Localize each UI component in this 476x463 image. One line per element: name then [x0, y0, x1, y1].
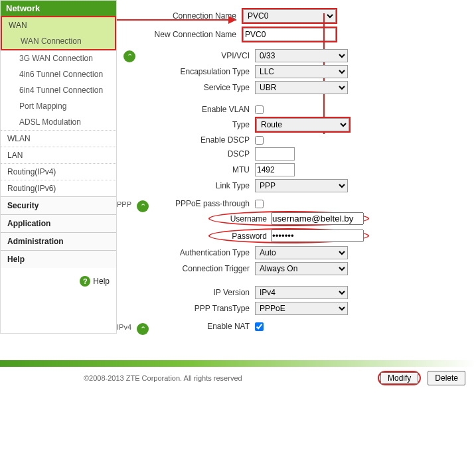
ipv4-section-label: IPv4 — [117, 323, 131, 331]
link-type-select[interactable]: PPP — [255, 179, 348, 192]
mtu-label: MTU — [135, 165, 255, 174]
auth-type-label: Authentication Type — [135, 248, 255, 257]
sidebar-item-port-mapping[interactable]: Port Mapping — [1, 98, 116, 114]
conn-trigger-select[interactable]: Always On — [255, 262, 348, 275]
help-label: Help — [93, 277, 110, 286]
link-type-label: Link Type — [135, 181, 255, 190]
conn-trigger-label: Connection Trigger — [135, 264, 255, 273]
pppoe-pass-label: PPPoE pass-through — [135, 199, 255, 208]
enable-nat-checkbox[interactable] — [255, 322, 264, 331]
sidebar-item-wlan[interactable]: WLAN — [1, 130, 116, 147]
sidebar-section-security[interactable]: Security — [1, 196, 116, 214]
collapse-icon-ipv4[interactable]: ⌃ — [137, 323, 149, 335]
enable-nat-label: Enable NAT — [135, 322, 255, 331]
type-select[interactable]: Route — [256, 118, 349, 131]
sidebar-item-6in4[interactable]: 6in4 Tunnel Connection — [1, 82, 116, 98]
sidebar-item-3g-wan[interactable]: 3G WAN Connection — [1, 50, 116, 66]
username-label: Username — [214, 214, 271, 224]
help-icon: ? — [80, 276, 90, 287]
enable-vlan-checkbox[interactable] — [255, 105, 264, 114]
sidebar-item-wan-connection[interactable]: WAN Connection — [2, 33, 115, 49]
password-input[interactable] — [271, 230, 364, 242]
enable-vlan-label: Enable VLAN — [135, 105, 255, 114]
vpi-vci-select[interactable]: 0/33 — [255, 49, 348, 62]
dscp-input[interactable] — [255, 147, 295, 161]
encapsulation-label: Encapsulation Type — [135, 67, 255, 76]
sidebar-section-administration[interactable]: Administration — [1, 232, 116, 250]
encapsulation-select[interactable]: LLC — [255, 65, 348, 78]
sidebar-item-lan[interactable]: LAN — [1, 147, 116, 163]
vpi-vci-label: VPI/VCI — [135, 51, 255, 60]
collapse-icon-ppp[interactable]: ⌃ — [137, 200, 149, 212]
main-form: Connection Name PVC0 New Connection Name… — [117, 0, 476, 334]
footer: ©2008-2013 ZTE Corporation. All rights r… — [0, 360, 476, 389]
modify-highlight: Modify — [378, 371, 421, 385]
ppp-trans-select[interactable]: PPPoE — [255, 302, 348, 315]
enable-dscp-label: Enable DSCP — [135, 135, 255, 145]
sidebar-section-help[interactable]: Help — [1, 250, 116, 268]
copyright-text: ©2008-2013 ZTE Corporation. All rights r… — [84, 374, 242, 382]
new-connection-name-label: New Connection Name — [122, 30, 242, 39]
modify-button[interactable]: Modify — [380, 372, 418, 384]
sidebar-section-application[interactable]: Application — [1, 214, 116, 232]
username-input[interactable] — [271, 212, 364, 225]
sidebar: Network WAN WAN Connection 3G WAN Connec… — [0, 0, 117, 334]
footer-accent-bar — [0, 360, 476, 367]
connection-name-label: Connection Name — [122, 11, 242, 21]
sidebar-header-network: Network — [1, 1, 116, 16]
ip-version-label: IP Version — [135, 288, 255, 297]
new-connection-name-input[interactable] — [243, 28, 336, 41]
sidebar-item-4in6[interactable]: 4in6 Tunnel Connection — [1, 66, 116, 82]
sidebar-item-routing-ipv6[interactable]: Routing(IPv6) — [1, 180, 116, 196]
dscp-label: DSCP — [135, 149, 255, 159]
sidebar-item-routing-ipv4[interactable]: Routing(IPv4) — [1, 163, 116, 180]
pppoe-pass-checkbox[interactable] — [255, 200, 264, 208]
auth-type-select[interactable]: Auto — [255, 246, 348, 259]
username-highlight: Username — [208, 211, 369, 226]
password-highlight: Password — [208, 228, 369, 243]
service-type-label: Service Type — [135, 83, 255, 92]
ppp-section-label: PPP — [117, 200, 131, 208]
ip-version-select[interactable]: IPv4 — [255, 286, 348, 299]
collapse-icon[interactable]: ⌃ — [123, 50, 135, 62]
delete-button[interactable]: Delete — [428, 371, 465, 385]
type-label: Type — [135, 120, 255, 129]
password-label: Password — [214, 232, 271, 241]
sidebar-item-wan[interactable]: WAN — [2, 17, 115, 33]
connection-name-select[interactable]: PVC0 — [243, 9, 336, 23]
ppp-trans-label: PPP TransType — [135, 304, 255, 313]
mtu-input[interactable] — [255, 163, 295, 176]
wan-highlight-box: WAN WAN Connection — [1, 16, 116, 50]
sidebar-item-adsl-mod[interactable]: ADSL Modulation — [1, 114, 116, 130]
service-type-select[interactable]: UBR — [255, 81, 348, 94]
sidebar-help-link[interactable]: ? Help — [1, 268, 116, 295]
enable-dscp-checkbox[interactable] — [255, 136, 264, 145]
